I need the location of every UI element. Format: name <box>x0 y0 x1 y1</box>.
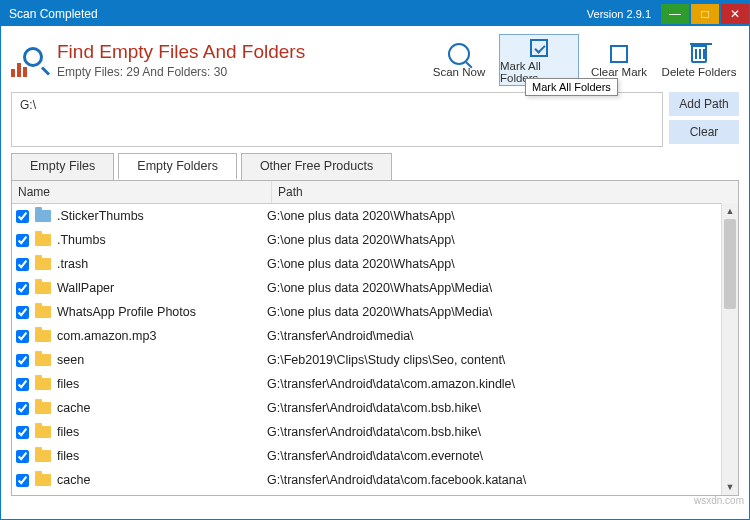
row-path: G:\transfer\Android\data\com.facebook.ka… <box>267 473 738 487</box>
app-title: Find Empty Files And Folders <box>57 41 419 63</box>
table-row[interactable]: cacheG:\transfer\Android\data\com.facebo… <box>12 468 738 492</box>
row-name: cache <box>57 473 267 487</box>
minimize-button[interactable]: — <box>661 4 689 24</box>
scan-summary: Empty Files: 29 And Folders: 30 <box>57 65 419 79</box>
close-button[interactable]: ✕ <box>721 4 749 24</box>
row-name: .StickerThumbs <box>57 209 267 223</box>
table-row[interactable]: filesG:\transfer\Android\data\com.amazon… <box>12 372 738 396</box>
row-path: G:\one plus data 2020\WhatsApp\ <box>267 233 738 247</box>
folder-icon <box>35 354 51 366</box>
row-checkbox[interactable] <box>16 354 29 367</box>
row-name: WhatsApp Profile Photos <box>57 305 267 319</box>
app-logo-icon <box>11 43 49 77</box>
maximize-button[interactable]: □ <box>691 4 719 24</box>
row-checkbox[interactable] <box>16 282 29 295</box>
folder-icon <box>35 474 51 486</box>
row-path: G:\one plus data 2020\WhatsApp\ <box>267 257 738 271</box>
row-path: G:\transfer\Android\media\ <box>267 329 738 343</box>
row-path: G:\transfer\Android\data\com.bsb.hike\ <box>267 425 738 439</box>
row-path: G:\one plus data 2020\WhatsApp\Media\ <box>267 305 738 319</box>
table-row[interactable]: WallPaperG:\one plus data 2020\WhatsApp\… <box>12 276 738 300</box>
top-strip: Find Empty Files And Folders Empty Files… <box>1 26 749 90</box>
folder-icon <box>35 330 51 342</box>
row-name: .Thumbs <box>57 233 267 247</box>
folder-icon <box>35 210 51 222</box>
table-row[interactable]: .trashG:\one plus data 2020\WhatsApp\ <box>12 252 738 276</box>
window-title: Scan Completed <box>9 7 98 21</box>
row-name: files <box>57 425 267 439</box>
delete-folders-label: Delete Folders <box>662 66 737 78</box>
watermark: wsxdn.com <box>694 495 744 506</box>
results-grid: Name Path .StickerThumbsG:\one plus data… <box>11 180 739 496</box>
table-row[interactable]: WhatsApp Profile PhotosG:\one plus data … <box>12 300 738 324</box>
row-name: WallPaper <box>57 281 267 295</box>
row-checkbox[interactable] <box>16 306 29 319</box>
folder-icon <box>35 402 51 414</box>
grid-header: Name Path <box>12 181 738 204</box>
row-checkbox[interactable] <box>16 378 29 391</box>
trash-icon <box>691 42 707 66</box>
row-path: G:\transfer\Android\data\com.evernote\ <box>267 449 738 463</box>
clear-path-button[interactable]: Clear <box>669 120 739 144</box>
row-checkbox[interactable] <box>16 426 29 439</box>
mark-all-tooltip: Mark All Folders <box>525 78 618 96</box>
row-name: files <box>57 449 267 463</box>
path-area[interactable]: G:\ <box>11 92 663 147</box>
scroll-thumb[interactable] <box>724 219 736 309</box>
table-row[interactable]: com.amazon.mp3G:\transfer\Android\media\ <box>12 324 738 348</box>
row-path: G:\Feb2019\Clips\Study clips\Seo, conten… <box>267 353 738 367</box>
row-checkbox[interactable] <box>16 450 29 463</box>
table-row[interactable]: .ThumbsG:\one plus data 2020\WhatsApp\ <box>12 228 738 252</box>
row-checkbox[interactable] <box>16 210 29 223</box>
table-row[interactable]: filesG:\transfer\Android\data\com.bsb.hi… <box>12 420 738 444</box>
folder-icon <box>35 234 51 246</box>
row-checkbox[interactable] <box>16 402 29 415</box>
vertical-scrollbar[interactable]: ▲ ▼ <box>721 203 738 495</box>
folder-icon <box>35 258 51 270</box>
scroll-up-icon[interactable]: ▲ <box>722 203 738 219</box>
folder-icon <box>35 450 51 462</box>
tab-empty-folders[interactable]: Empty Folders <box>118 153 237 180</box>
row-path: G:\one plus data 2020\WhatsApp\ <box>267 209 738 223</box>
scan-now-button[interactable]: Scan Now <box>419 34 499 86</box>
row-checkbox[interactable] <box>16 330 29 343</box>
table-row[interactable]: seenG:\Feb2019\Clips\Study clips\Seo, co… <box>12 348 738 372</box>
table-row[interactable]: filesG:\transfer\Android\data\com.everno… <box>12 444 738 468</box>
folder-icon <box>35 282 51 294</box>
path-row: G:\ Add Path Clear <box>1 92 749 147</box>
row-path: G:\one plus data 2020\WhatsApp\Media\ <box>267 281 738 295</box>
tab-empty-files[interactable]: Empty Files <box>11 153 114 180</box>
titlebar: Scan Completed Version 2.9.1 — □ ✕ <box>1 1 749 26</box>
search-icon <box>448 42 470 66</box>
row-checkbox[interactable] <box>16 258 29 271</box>
col-path-header[interactable]: Path <box>272 181 738 203</box>
row-name: com.amazon.mp3 <box>57 329 267 343</box>
table-row[interactable]: .StickerThumbsG:\one plus data 2020\What… <box>12 204 738 228</box>
folder-icon <box>35 378 51 390</box>
row-path: G:\transfer\Android\data\com.amazon.kind… <box>267 377 738 391</box>
scan-now-label: Scan Now <box>433 66 485 78</box>
check-icon <box>530 36 548 60</box>
row-checkbox[interactable] <box>16 474 29 487</box>
row-name: cache <box>57 401 267 415</box>
row-name: .trash <box>57 257 267 271</box>
row-name: seen <box>57 353 267 367</box>
title-block: Find Empty Files And Folders Empty Files… <box>57 41 419 79</box>
row-name: files <box>57 377 267 391</box>
box-icon <box>610 42 628 66</box>
version-label: Version 2.9.1 <box>587 8 651 20</box>
row-path: G:\transfer\Android\data\com.bsb.hike\ <box>267 401 738 415</box>
table-row[interactable]: cacheG:\transfer\Android\data\com.bsb.hi… <box>12 396 738 420</box>
tab-bar: Empty Files Empty Folders Other Free Pro… <box>1 147 749 180</box>
folder-icon <box>35 426 51 438</box>
scroll-down-icon[interactable]: ▼ <box>722 479 738 495</box>
row-checkbox[interactable] <box>16 234 29 247</box>
add-path-button[interactable]: Add Path <box>669 92 739 116</box>
clear-mark-label: Clear Mark <box>591 66 647 78</box>
folder-icon <box>35 306 51 318</box>
col-name-header[interactable]: Name <box>12 181 272 203</box>
tab-other-products[interactable]: Other Free Products <box>241 153 392 180</box>
delete-folders-button[interactable]: Delete Folders <box>659 34 739 86</box>
